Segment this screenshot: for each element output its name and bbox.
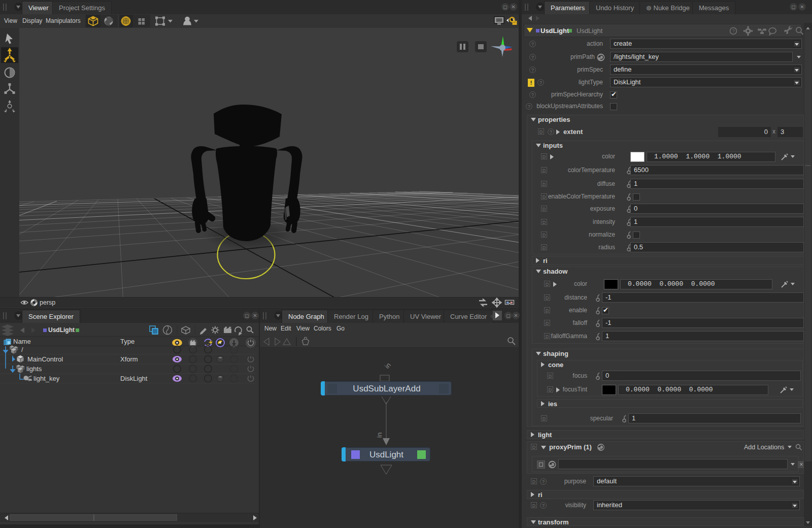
svg-text:in: in [376, 433, 383, 438]
svg-text:in: in [383, 361, 392, 370]
svg-text:?: ? [732, 28, 735, 34]
